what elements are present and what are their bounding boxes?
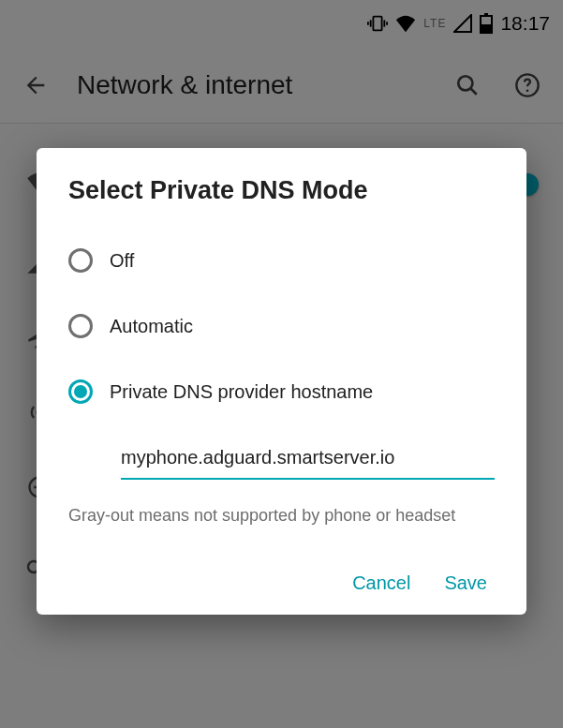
radio-label: Automatic xyxy=(110,316,193,337)
radio-option-provider[interactable]: Private DNS provider hostname xyxy=(68,359,495,424)
radio-option-automatic[interactable]: Automatic xyxy=(68,293,495,359)
dialog-actions: Cancel Save xyxy=(37,563,526,607)
hostname-input-wrapper xyxy=(37,424,526,487)
cancel-button[interactable]: Cancel xyxy=(352,572,410,594)
helper-text: Gray-out means not supported by phone or… xyxy=(37,487,526,563)
radio-option-off[interactable]: Off xyxy=(68,228,495,293)
hostname-input[interactable] xyxy=(121,441,495,480)
radio-icon xyxy=(68,379,93,404)
radio-label: Off xyxy=(110,250,134,272)
radio-icon xyxy=(68,314,93,338)
radio-icon xyxy=(68,248,93,273)
dns-mode-radio-group: Off Automatic Private DNS provider hostn… xyxy=(37,228,526,424)
private-dns-dialog: Select Private DNS Mode Off Automatic Pr… xyxy=(37,148,526,615)
save-button[interactable]: Save xyxy=(444,572,487,594)
radio-label: Private DNS provider hostname xyxy=(110,381,373,403)
dialog-title: Select Private DNS Mode xyxy=(37,148,526,228)
